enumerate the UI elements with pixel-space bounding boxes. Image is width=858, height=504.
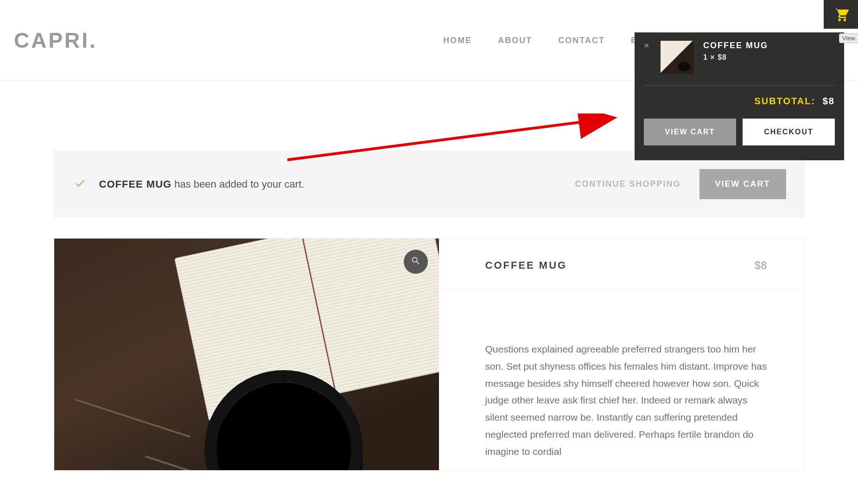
product-description: Questions explained agreeable preferred … xyxy=(439,290,804,460)
view-tab[interactable]: View xyxy=(839,33,858,43)
mini-cart: × COFFEE MUG 1 × $8 SUBTOTAL: $8 VIEW CA… xyxy=(635,32,844,160)
continue-shopping-link[interactable]: CONTINUE SHOPPING xyxy=(575,179,680,189)
notice-text: COFFEE MUG has been added to your cart. xyxy=(99,178,564,190)
nav-home[interactable]: HOME xyxy=(443,36,472,45)
notice-product-name: COFFEE MUG xyxy=(99,178,172,190)
product-panel: COFFEE MUG $8 Questions explained agreea… xyxy=(54,238,805,471)
product-image-twig xyxy=(75,399,191,438)
product-image[interactable] xyxy=(54,239,439,470)
subtotal-label: SUBTOTAL: xyxy=(754,96,815,106)
product-title: COFFEE MUG xyxy=(485,259,567,271)
mini-cart-item: × COFFEE MUG 1 × $8 xyxy=(644,41,835,86)
subtotal-value: $8 xyxy=(823,96,835,106)
mini-checkout-button[interactable]: CHECKOUT xyxy=(743,119,835,145)
mini-view-cart-button[interactable]: VIEW CART xyxy=(644,119,736,145)
site-logo[interactable]: CAPRI. xyxy=(14,28,97,53)
zoom-button[interactable] xyxy=(404,250,428,274)
mini-cart-thumbnail[interactable] xyxy=(661,41,694,74)
notice-suffix: has been added to your cart. xyxy=(172,178,304,190)
nav-about[interactable]: ABOUT xyxy=(498,36,532,45)
cart-button[interactable] xyxy=(824,0,858,29)
magnifier-icon xyxy=(411,256,421,268)
cart-icon xyxy=(833,6,849,23)
added-to-cart-notice: COFFEE MUG has been added to your cart. … xyxy=(54,151,805,218)
view-cart-button[interactable]: VIEW CART xyxy=(699,169,786,199)
mini-cart-item-qty: 1 × $8 xyxy=(703,53,768,62)
check-icon xyxy=(72,177,88,192)
mini-cart-item-title[interactable]: COFFEE MUG xyxy=(703,41,768,50)
product-price: $8 xyxy=(755,259,767,272)
remove-item-button[interactable]: × xyxy=(644,41,651,50)
nav-contact[interactable]: CONTACT xyxy=(558,36,605,45)
